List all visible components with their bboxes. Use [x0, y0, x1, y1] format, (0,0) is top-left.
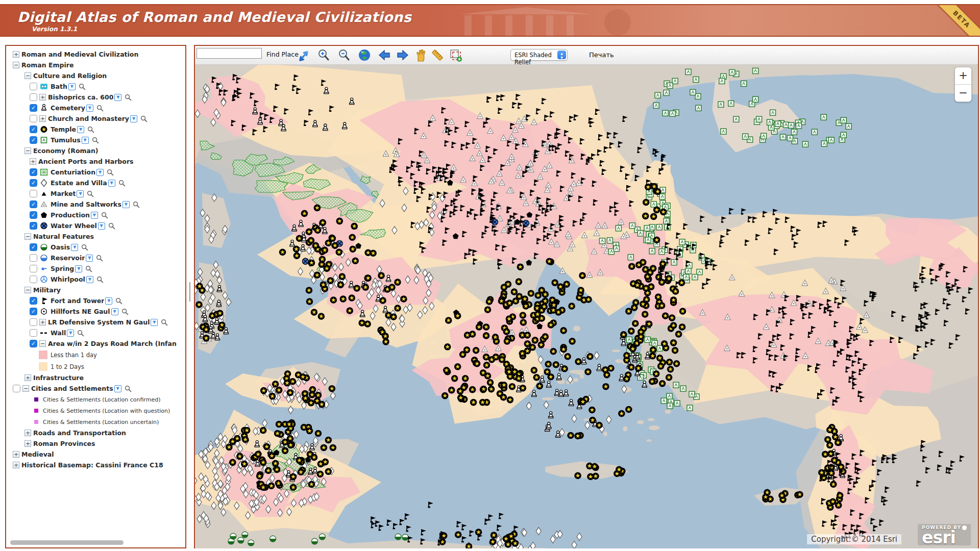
layer-search-icon[interactable] [101, 212, 108, 219]
layer-search-icon[interactable] [87, 190, 94, 197]
layer-dropdown-icon[interactable]: ▼ [96, 169, 104, 176]
map-viewport[interactable]: + − Copyright:© 2014 Esri POWERED BY esr… [195, 65, 978, 548]
tree-row[interactable]: −Roman Empire [6, 60, 185, 70]
layer-checkbox[interactable]: ✓ [30, 222, 37, 230]
layer-search-icon[interactable] [140, 115, 148, 122]
expand-toggle[interactable]: + [39, 319, 46, 325]
print-button[interactable]: Печать [589, 51, 614, 59]
layer-search-icon[interactable] [96, 105, 104, 112]
layer-search-icon[interactable] [107, 169, 114, 176]
expand-toggle[interactable]: − [24, 147, 31, 154]
layer-checkbox[interactable] [30, 190, 37, 197]
layer-search-icon[interactable] [92, 137, 99, 144]
tree-row[interactable]: ✓Estate and Villa▼ [6, 178, 185, 188]
layer-dropdown-icon[interactable]: ▼ [77, 190, 84, 197]
layer-checkbox[interactable] [30, 83, 37, 90]
expand-toggle[interactable]: + [13, 462, 19, 468]
layer-dropdown-icon[interactable]: ▼ [114, 94, 121, 101]
tree-row[interactable]: ✓Water Wheel▼ [6, 220, 185, 231]
layer-checkbox[interactable]: ✓ [30, 104, 37, 112]
ruler-icon[interactable] [430, 48, 445, 62]
expand-toggle[interactable]: + [24, 440, 31, 447]
tree-row[interactable]: −Military [6, 285, 185, 295]
tree-row[interactable]: Cities & Settlements (Location uncertain… [6, 416, 185, 428]
tree-row[interactable]: ✓Hillforts NE Gaul▼ [6, 306, 185, 317]
tree-row[interactable]: +Church and Monastery▼ [6, 113, 185, 124]
tree-row[interactable]: +Medieval [6, 449, 185, 460]
tree-row[interactable]: +Infrastructure [6, 372, 185, 383]
expand-toggle[interactable]: + [13, 451, 19, 458]
layer-dropdown-icon[interactable]: ▼ [77, 126, 84, 133]
layer-dropdown-icon[interactable]: ▼ [86, 255, 93, 262]
layer-checkbox[interactable]: ✓ [30, 126, 37, 133]
layer-dropdown-icon[interactable]: ▼ [86, 276, 93, 283]
sidebar-horizontal-scrollbar[interactable] [10, 540, 124, 545]
tree-row[interactable]: Cities & Settlements (Location confirmed… [6, 394, 185, 405]
tree-row[interactable]: Reservoir▼ [6, 253, 185, 263]
tree-row[interactable]: ✓Tumulus▼ [6, 135, 185, 145]
layer-dropdown-icon[interactable]: ▼ [105, 297, 112, 305]
map-canvas[interactable] [195, 65, 978, 548]
expand-toggle[interactable]: − [13, 62, 19, 68]
layer-dropdown-icon[interactable]: ▼ [82, 137, 89, 144]
layer-checkbox[interactable]: ✓ [30, 297, 37, 305]
expand-toggle[interactable]: + [13, 51, 19, 58]
tree-row[interactable]: 1 to 2 Days [6, 361, 185, 372]
panel-splitter[interactable] [186, 45, 194, 548]
layer-checkbox[interactable] [30, 276, 37, 283]
find-place-input[interactable] [197, 48, 262, 59]
tree-row[interactable]: ✓Production▼ [6, 210, 185, 220]
layer-search-icon[interactable] [79, 83, 86, 90]
expand-toggle[interactable]: + [39, 94, 46, 101]
expand-toggle[interactable]: − [22, 385, 29, 392]
layer-search-icon[interactable] [87, 126, 94, 133]
layer-checkbox[interactable]: ✓ [30, 201, 37, 208]
tree-row[interactable]: +Roman and Medieval Civilization [6, 49, 185, 60]
layer-dropdown-icon[interactable]: ▼ [86, 105, 93, 112]
layer-search-icon[interactable] [85, 265, 92, 272]
expand-toggle[interactable]: + [30, 158, 36, 165]
layer-dropdown-icon[interactable]: ▼ [91, 212, 98, 219]
layer-checkbox[interactable] [30, 318, 37, 326]
globe-icon[interactable] [357, 48, 372, 62]
expand-toggle[interactable]: − [24, 287, 31, 293]
map-zoom-out-button[interactable]: − [955, 85, 971, 102]
expand-toggle[interactable]: + [24, 374, 31, 381]
tree-row[interactable]: Market▼ [6, 188, 185, 199]
tree-row[interactable]: +Roads and Transportation [6, 428, 185, 438]
tree-row[interactable]: ✓Fort and Tower▼ [6, 295, 185, 306]
tree-row[interactable]: +Bishoprics ca. 600▼ [6, 92, 185, 103]
tree-row[interactable]: +Roman Provinces [6, 438, 185, 449]
map-zoom-in-button[interactable]: + [955, 67, 971, 85]
layer-dropdown-icon[interactable]: ▼ [151, 319, 158, 326]
layer-checkbox[interactable] [30, 265, 37, 272]
add-layer-icon[interactable] [448, 48, 462, 62]
layer-dropdown-icon[interactable]: ▼ [71, 244, 78, 251]
back-arrow-icon[interactable] [377, 48, 391, 62]
layer-dropdown-icon[interactable]: ▼ [114, 385, 121, 392]
layer-checkbox[interactable]: ✓ [30, 340, 37, 347]
tree-row[interactable]: +Ancient Ports and Harbors [6, 156, 185, 167]
layer-search-icon[interactable] [161, 319, 168, 326]
layer-search-icon[interactable] [125, 385, 132, 392]
layer-dropdown-icon[interactable]: ▼ [130, 115, 137, 122]
layer-search-icon[interactable] [108, 222, 115, 230]
layer-dropdown-icon[interactable]: ▼ [111, 308, 118, 315]
splitter-handle[interactable] [189, 282, 190, 302]
zoom-in-icon[interactable] [316, 48, 331, 62]
zoom-out-icon[interactable] [337, 48, 351, 62]
tree-row[interactable]: ✓Mine and Saltworks▼ [6, 199, 185, 210]
pan-hand-icon[interactable] [413, 48, 428, 62]
tree-row[interactable]: ✓Centuriation▼ [6, 167, 185, 178]
tree-row[interactable]: Whirlpool▼ [6, 274, 185, 285]
layer-search-icon[interactable] [77, 330, 84, 337]
layer-checkbox[interactable] [30, 93, 37, 101]
layer-dropdown-icon[interactable]: ▼ [98, 222, 105, 230]
layer-dropdown-icon[interactable]: ▼ [68, 83, 76, 90]
tree-row[interactable]: −Economy (Roman) [6, 145, 185, 156]
tree-row[interactable]: Spring▼ [6, 263, 185, 274]
layer-dropdown-icon[interactable]: ▼ [108, 180, 115, 187]
expand-toggle[interactable]: + [24, 430, 31, 436]
layer-checkbox[interactable]: ✓ [30, 243, 37, 251]
layer-checkbox[interactable]: ✓ [30, 136, 37, 144]
